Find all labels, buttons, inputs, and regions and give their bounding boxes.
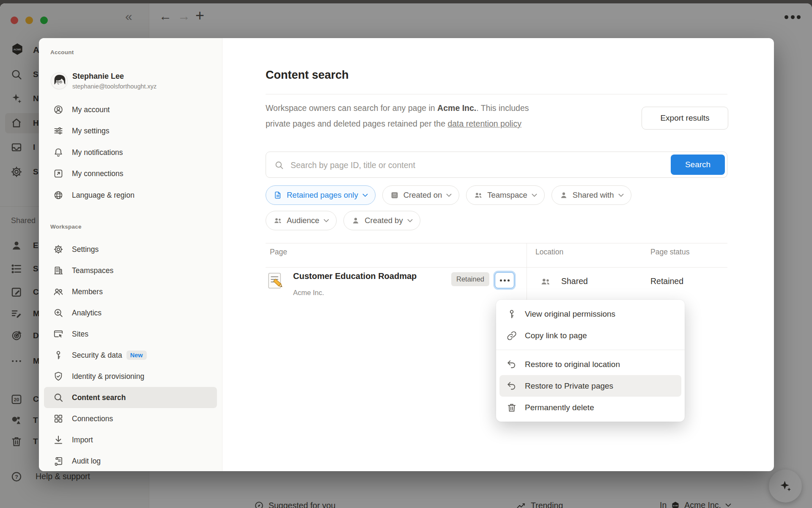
sidebar-item-identity-provisioning[interactable]: Identity & provisioning <box>44 366 217 387</box>
profile-email: stephanie@toolsforthought.xyz <box>72 83 156 90</box>
menu-item-restore-original-location[interactable]: Restore to original location <box>499 353 681 375</box>
row-page-status: Retained <box>650 276 683 286</box>
sidebar-item-my-connections[interactable]: My connections <box>44 163 217 184</box>
key-icon <box>506 309 517 320</box>
scroll-icon <box>53 456 64 467</box>
key-icon <box>53 350 64 361</box>
person-circle-icon <box>53 104 64 115</box>
profile-name[interactable]: Stephanie Lee <box>72 72 124 81</box>
building-icon <box>53 265 64 276</box>
browser-cursor-icon <box>53 329 64 340</box>
row-context-menu: View original permissions Copy link to p… <box>496 300 685 422</box>
sidebar-item-sites[interactable]: Sites <box>44 323 217 345</box>
page-title: Content search <box>266 69 349 82</box>
sidebar-item-label: My settings <box>72 127 110 135</box>
sidebar-item-label: Settings <box>72 245 99 254</box>
link-icon <box>506 330 517 341</box>
sidebar-item-label: Audit log <box>72 457 101 466</box>
sidebar-item-audit-log[interactable]: Audit log <box>44 450 217 471</box>
filter-chip-retained-pages-only[interactable]: Retained pages only <box>266 185 376 205</box>
filter-chip-teamspace[interactable]: Teamspace <box>466 185 545 205</box>
chevron-down-icon <box>618 193 624 197</box>
row-more-button[interactable] <box>495 272 514 288</box>
sidebar-item-label: Connections <box>72 414 113 423</box>
row-page-title: Customer Education Roadmap <box>293 271 417 281</box>
menu-divider <box>496 350 685 350</box>
sidebar-item-my-notifications[interactable]: My notifications <box>44 142 217 163</box>
people-icon <box>273 216 283 225</box>
sidebar-item-label: Analytics <box>72 309 102 318</box>
sidebar-item-label: My account <box>72 105 110 114</box>
menu-item-permanently-delete[interactable]: Permanently delete <box>499 397 681 418</box>
shield-check-icon <box>53 371 64 382</box>
filter-row-1: Retained pages only Created on Teamspace… <box>266 185 631 205</box>
sidebar-item-members[interactable]: Members <box>44 281 217 302</box>
page-description: Workspace owners can search for any page… <box>266 100 646 132</box>
gear-icon <box>53 244 64 255</box>
globe-icon <box>53 190 64 201</box>
export-results-button[interactable]: Export results <box>642 107 728 130</box>
account-section-header: Account <box>50 49 74 55</box>
screen: « ← → + ACME A S N H I S Shared E S C M … <box>0 0 812 508</box>
bell-icon <box>53 147 64 158</box>
menu-item-copy-link-to-page[interactable]: Copy link to page <box>499 325 681 346</box>
search-button[interactable]: Search <box>671 155 725 175</box>
restore-arrow-icon <box>506 381 517 392</box>
filter-chip-label: Created on <box>403 190 442 200</box>
chevron-down-icon <box>446 193 452 197</box>
sidebar-item-connections[interactable]: Connections <box>44 408 217 429</box>
sidebar-item-analytics[interactable]: Analytics <box>44 302 217 323</box>
description-line2: private pages and deleted pages retained… <box>266 116 646 132</box>
download-icon <box>53 434 64 445</box>
person-icon <box>559 190 568 200</box>
filter-row-2: Audience Created by <box>266 211 420 230</box>
sidebar-item-label: My notifications <box>72 148 123 157</box>
column-header-page-status: Page status <box>650 248 689 257</box>
chevron-down-icon <box>532 193 537 197</box>
sidebar-item-import[interactable]: Import <box>44 429 217 450</box>
chevron-down-icon <box>362 193 368 197</box>
menu-item-label: Restore to Private pages <box>525 381 613 391</box>
filter-chip-created-on[interactable]: Created on <box>382 185 460 205</box>
filter-chip-label: Audience <box>287 216 319 225</box>
retained-badge: Retained <box>451 272 489 286</box>
people-icon <box>540 276 551 287</box>
people-icon <box>53 286 64 297</box>
row-page-subtitle: Acme Inc. <box>293 289 324 297</box>
filter-chip-shared-with[interactable]: Shared with <box>551 185 631 205</box>
search-icon <box>53 392 64 403</box>
menu-item-restore-private-pages[interactable]: Restore to Private pages <box>499 375 681 397</box>
search-input[interactable] <box>290 152 664 178</box>
sidebar-item-my-settings[interactable]: My settings <box>44 120 217 141</box>
menu-item-view-original-permissions[interactable]: View original permissions <box>499 303 681 325</box>
sidebar-item-label: Import <box>72 436 93 444</box>
sidebar-item-label: Sites <box>72 330 88 339</box>
table-top-divider <box>266 243 727 243</box>
table-column-divider <box>527 243 527 309</box>
person-icon <box>351 216 360 225</box>
sidebar-item-teamspaces[interactable]: Teamspaces <box>44 260 217 281</box>
sidebar-item-language-region[interactable]: Language & region <box>44 185 217 206</box>
filter-chip-label: Shared with <box>573 190 614 200</box>
sidebar-item-label: Members <box>72 287 103 296</box>
document-icon <box>273 190 283 200</box>
new-badge: New <box>126 351 147 360</box>
filter-chip-created-by[interactable]: Created by <box>343 211 420 230</box>
calendar-icon <box>390 190 399 200</box>
sidebar-item-settings[interactable]: Settings <box>44 239 217 260</box>
memo-page-icon <box>266 271 285 290</box>
data-retention-policy-link[interactable]: data retention policy <box>447 119 521 128</box>
settings-sidebar: Account Stephanie Lee stephanie@toolsfor… <box>39 38 222 471</box>
magnifier-plus-icon <box>53 307 64 318</box>
grid-icon <box>53 413 64 424</box>
sidebar-item-content-search[interactable]: Content search <box>44 387 217 408</box>
sidebar-item-label: Security & data <box>72 351 122 360</box>
sidebar-item-security-data[interactable]: Security & data New <box>44 345 217 366</box>
avatar[interactable] <box>51 73 67 89</box>
sidebar-item-my-account[interactable]: My account <box>44 99 217 120</box>
sliders-icon <box>53 125 64 136</box>
filter-chip-audience[interactable]: Audience <box>266 211 337 230</box>
description-line1: Workspace owners can search for any page… <box>266 100 646 116</box>
settings-modal: Account Stephanie Lee stephanie@toolsfor… <box>39 38 774 471</box>
menu-item-label: View original permissions <box>525 309 615 319</box>
